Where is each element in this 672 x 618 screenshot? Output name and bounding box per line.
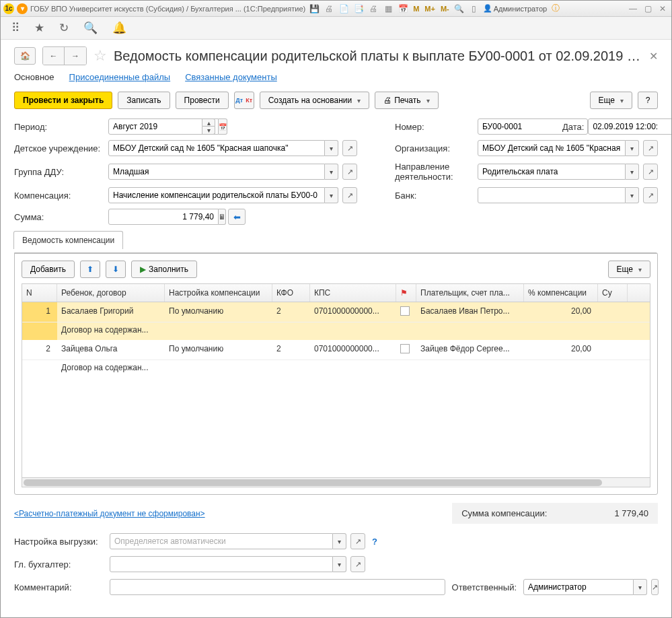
bank-input[interactable] xyxy=(478,187,626,203)
sum-calc-icon[interactable]: 🖩 xyxy=(219,209,226,225)
col-kps[interactable]: КПС xyxy=(310,284,396,302)
period-down-icon[interactable]: ▾ xyxy=(202,127,215,135)
payment-doc-link[interactable]: <Расчетно-платежный документ не сформиро… xyxy=(14,509,205,518)
apps-icon[interactable]: ⠿ xyxy=(11,21,20,35)
export-help-icon[interactable]: ? xyxy=(372,537,377,547)
organization-input[interactable] xyxy=(478,140,626,156)
doc-icon[interactable]: 📄 xyxy=(338,3,350,15)
activity-open-icon[interactable]: ↗ xyxy=(643,164,658,180)
organization-open-icon[interactable]: ↗ xyxy=(643,140,658,156)
comp-open-icon[interactable]: ↗ xyxy=(342,187,357,203)
sum-input[interactable] xyxy=(108,209,219,225)
comp-input[interactable] xyxy=(108,187,325,203)
move-down-button[interactable]: ⬇ xyxy=(106,261,126,278)
group-dropdown-icon[interactable]: ▾ xyxy=(325,164,338,180)
activity-dropdown-icon[interactable]: ▾ xyxy=(626,164,639,180)
export-setup-open-icon[interactable]: ↗ xyxy=(350,533,365,549)
save-button[interactable]: Записать xyxy=(118,92,170,109)
export-setup-input[interactable] xyxy=(110,533,333,549)
export-setup-dropdown-icon[interactable]: ▾ xyxy=(333,533,346,549)
create-based-button[interactable]: Создать на основании xyxy=(260,92,370,109)
forward-button[interactable]: → xyxy=(65,47,86,65)
help-button[interactable]: ? xyxy=(638,92,658,109)
m-minus-icon[interactable]: M- xyxy=(439,5,451,13)
child-org-dropdown-icon[interactable]: ▾ xyxy=(325,140,338,156)
responsible-open-icon[interactable]: ↗ xyxy=(651,579,659,595)
col-n[interactable]: N xyxy=(22,284,57,302)
table-row[interactable]: 1 Басалаев Григорий По умолчанию 2 07010… xyxy=(22,302,650,322)
calendar-icon[interactable]: 📅 xyxy=(397,3,409,15)
app-menu-icon[interactable]: ▾ xyxy=(17,3,28,14)
col-flag[interactable]: ⚑ xyxy=(396,284,416,302)
copy-icon[interactable]: 📑 xyxy=(352,3,365,15)
table-more-button[interactable]: Еще xyxy=(608,261,650,278)
table-body[interactable]: 1 Басалаев Григорий По умолчанию 2 07010… xyxy=(22,302,650,477)
post-button[interactable]: Провести xyxy=(176,92,229,109)
tab-files[interactable]: Присоединенные файлы xyxy=(69,72,171,82)
maximize-icon[interactable]: ▢ xyxy=(642,3,654,15)
panel-icon[interactable]: ▯ xyxy=(468,3,480,15)
row-checkbox[interactable] xyxy=(400,306,410,316)
chief-acc-input[interactable] xyxy=(110,556,333,572)
more-button[interactable]: Еще xyxy=(590,92,632,109)
move-up-button[interactable]: ⬆ xyxy=(80,261,100,278)
home-button[interactable]: 🏠 xyxy=(14,47,36,65)
bank-dropdown-icon[interactable]: ▾ xyxy=(626,187,639,203)
tabpanel-tab-comp[interactable]: Ведомость компенсации xyxy=(13,231,123,249)
m-icon[interactable]: M xyxy=(412,5,420,13)
post-and-close-button[interactable]: Провести и закрыть xyxy=(14,92,112,109)
minimize-icon[interactable]: — xyxy=(627,3,639,15)
m-plus-icon[interactable]: M+ xyxy=(423,5,437,13)
print-icon[interactable]: 🖨 xyxy=(323,3,335,15)
add-row-button[interactable]: Добавить xyxy=(22,261,75,278)
grid-icon[interactable]: ▦ xyxy=(382,3,394,15)
zoom-icon[interactable]: 🔍 xyxy=(453,3,465,15)
star-icon[interactable]: ★ xyxy=(34,21,44,35)
bank-open-icon[interactable]: ↗ xyxy=(643,187,658,203)
col-payer[interactable]: Плательщик, счет пла... xyxy=(416,284,524,302)
fill-button[interactable]: ▶ Заполнить xyxy=(131,261,197,278)
save-icon[interactable]: 💾 xyxy=(308,3,320,15)
row-checkbox[interactable] xyxy=(400,344,410,353)
responsible-dropdown-icon[interactable]: ▾ xyxy=(634,579,647,595)
favorite-star-icon[interactable]: ☆ xyxy=(94,47,107,65)
col-sum[interactable]: Су xyxy=(598,284,628,302)
comp-dropdown-icon[interactable]: ▾ xyxy=(325,187,338,203)
close-window-icon[interactable]: ✕ xyxy=(657,3,669,15)
col-setup[interactable]: Настройка компенсации xyxy=(165,284,272,302)
child-org-open-icon[interactable]: ↗ xyxy=(342,140,357,156)
col-kfo[interactable]: КФО xyxy=(272,284,310,302)
group-open-icon[interactable]: ↗ xyxy=(342,164,357,180)
activity-input[interactable] xyxy=(478,164,626,180)
search-icon[interactable]: 🔍 xyxy=(83,21,98,35)
back-button[interactable]: ← xyxy=(43,47,65,65)
tab-linked[interactable]: Связанные документы xyxy=(185,72,277,82)
col-pct[interactable]: % компенсации xyxy=(524,284,598,302)
close-doc-icon[interactable]: ✕ xyxy=(649,50,658,63)
table-hscroll[interactable] xyxy=(22,477,650,487)
bell-icon[interactable]: 🔔 xyxy=(112,21,126,35)
period-up-icon[interactable]: ▴ xyxy=(202,118,215,127)
col-child[interactable]: Ребенок, договор xyxy=(57,284,165,302)
organization-dropdown-icon[interactable]: ▾ xyxy=(626,140,639,156)
table-subrow[interactable]: Договор на содержан... xyxy=(22,360,650,378)
chief-acc-dropdown-icon[interactable]: ▾ xyxy=(333,556,346,572)
table-subrow[interactable]: Договор на содержан... xyxy=(22,322,650,340)
print-button[interactable]: 🖨 Печать xyxy=(375,92,438,109)
dtkt-button[interactable]: ДтКт xyxy=(234,92,254,109)
doc-tabs: Основное Присоединенные файлы Связанные … xyxy=(14,72,658,82)
info-icon[interactable]: ⓘ xyxy=(550,3,562,15)
comment-input[interactable] xyxy=(110,579,445,595)
responsible-input[interactable] xyxy=(523,579,634,595)
tool-icon[interactable]: 🖨 xyxy=(367,3,379,15)
history-icon[interactable]: ↻ xyxy=(59,21,69,35)
period-calendar-icon[interactable]: 📅 xyxy=(219,118,227,135)
table-row[interactable]: 2 Зайцева Ольга По умолчанию 2 070100000… xyxy=(22,340,650,360)
chief-acc-open-icon[interactable]: ↗ xyxy=(350,556,365,572)
sum-refresh-button[interactable]: ⬅ xyxy=(228,209,246,225)
group-input[interactable] xyxy=(108,164,325,180)
user-label[interactable]: 👤 Администратор xyxy=(483,4,547,13)
date-input[interactable] xyxy=(588,118,672,135)
child-org-input[interactable] xyxy=(108,140,325,156)
tab-main[interactable]: Основное xyxy=(14,72,54,82)
